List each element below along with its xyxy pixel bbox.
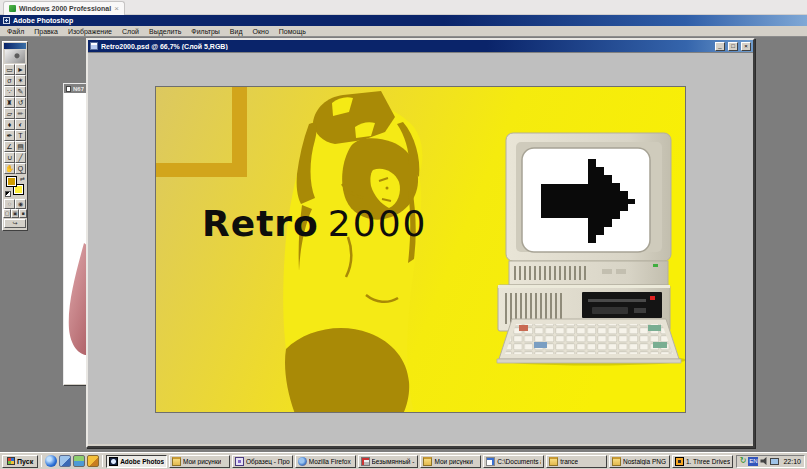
menu-select[interactable]: Выделить: [144, 28, 186, 35]
document-file-icon: [66, 86, 71, 92]
magic-wand-tool[interactable]: ✶: [15, 75, 26, 86]
taskbar-button-image-viewer[interactable]: Образец - Просм...: [232, 455, 293, 468]
artwork-headline: Retro2000: [202, 203, 427, 244]
pen-tool[interactable]: ✒: [4, 130, 15, 141]
standard-screen-button[interactable]: ▢: [3, 209, 11, 218]
eyedropper-tool[interactable]: ╱: [15, 152, 26, 163]
paintbrush-tool[interactable]: ✎: [15, 86, 26, 97]
headline-retro: Retro: [202, 203, 319, 244]
retro2000-artwork: [156, 87, 686, 413]
sync-tray-icon[interactable]: ↻: [740, 457, 747, 465]
paint-bucket-tool[interactable]: ∪: [4, 152, 15, 163]
airbrush-tool[interactable]: ∵: [4, 86, 15, 97]
folder-icon: [423, 457, 432, 466]
display-settings-icon[interactable]: [770, 458, 779, 465]
photoshop-title-text: Adobe Photoshop: [13, 17, 73, 24]
move-tool[interactable]: ►: [15, 64, 26, 75]
fullscreen-menubar-button[interactable]: ▣: [11, 209, 19, 218]
artwork-canvas[interactable]: Retro2000: [155, 86, 686, 413]
show-desktop-icon[interactable]: [59, 455, 71, 467]
swap-colors-icon[interactable]: ⇄: [20, 175, 25, 182]
blur-tool[interactable]: ♦: [4, 119, 15, 130]
toolbox-titlebar[interactable]: [4, 43, 26, 49]
paint-icon: [361, 457, 370, 466]
photoshop-task-icon: [109, 457, 118, 466]
volume-icon[interactable]: [760, 457, 768, 465]
menu-window[interactable]: Окно: [248, 28, 274, 35]
screen-mode-buttons: ▢ ▣ ■: [4, 209, 26, 218]
taskbar-button-nostalgia-png[interactable]: Nostalgia PNG: [609, 455, 670, 468]
quick-mask-button[interactable]: ◉: [15, 199, 26, 209]
menu-image[interactable]: Изображение: [63, 28, 117, 35]
retro-computer: [497, 133, 686, 366]
gradient-tool[interactable]: ▤: [15, 141, 26, 152]
photoshop-menubar: Файл Правка Изображение Слой Выделить Фи…: [0, 26, 807, 37]
task-label: Образец - Просм...: [246, 458, 290, 465]
my-pictures-icon[interactable]: [73, 455, 85, 467]
pen-launcher-icon[interactable]: [87, 455, 99, 467]
browser-tab[interactable]: Windows 2000 Professional ×: [3, 1, 125, 15]
menu-edit[interactable]: Правка: [29, 28, 63, 35]
browser-tab-title: Windows 2000 Professional: [19, 5, 111, 12]
zoom-tool[interactable]: Q: [15, 163, 26, 174]
language-indicator[interactable]: EN: [748, 457, 758, 466]
taskbar-button-firefox[interactable]: Mozilla Firefox: [295, 455, 356, 468]
fullscreen-button[interactable]: ■: [19, 209, 27, 218]
menu-layer[interactable]: Слой: [117, 28, 144, 35]
measure-tool[interactable]: ∠: [4, 141, 15, 152]
taskbar-button-winamp[interactable]: 1. Three Drives - G...: [672, 455, 733, 468]
maximize-button[interactable]: □: [728, 42, 738, 51]
default-colors-icon[interactable]: [5, 191, 11, 197]
taskbar-button-paint[interactable]: Безымянный - Paint: [358, 455, 419, 468]
woman-silhouette: [283, 91, 422, 413]
close-button[interactable]: ×: [741, 42, 751, 51]
edit-mode-buttons: ◌ ◉: [4, 199, 26, 209]
windows-flag-icon: [7, 457, 15, 465]
menu-file[interactable]: Файл: [2, 28, 29, 35]
document-titlebar[interactable]: Retro2000.psd @ 66,7% (Слой 5,RGB) _ □ ×: [88, 40, 753, 52]
task-label: 1. Three Drives - G...: [686, 458, 730, 465]
taskbar-button-my-pictures[interactable]: Мои рисунки: [169, 455, 230, 468]
internet-explorer-icon[interactable]: [45, 455, 57, 467]
rectangular-marquee-tool[interactable]: ▭: [4, 64, 15, 75]
history-brush-tool[interactable]: ↺: [15, 97, 26, 108]
color-swatches: ⇄: [4, 175, 26, 199]
menu-filter[interactable]: Фильтры: [186, 28, 225, 35]
start-button[interactable]: Пуск: [2, 455, 38, 468]
photoshop-workspace: N67 Retro2000.psd @ 66,7% (Слой: [0, 37, 807, 452]
type-tool[interactable]: T: [15, 130, 26, 141]
document-canvas: Retro2000: [88, 52, 753, 444]
background-document-title: N67: [73, 86, 84, 92]
jump-to-imageready-button[interactable]: ↪: [4, 219, 26, 228]
menu-view[interactable]: Вид: [225, 28, 248, 35]
standard-mode-button[interactable]: ◌: [4, 199, 15, 209]
document-title: Retro2000.psd @ 66,7% (Слой 5,RGB): [101, 43, 712, 50]
taskbar-button-photoshop[interactable]: Adobe Photoshop: [106, 455, 167, 468]
taskbar-button-my-pictures-2[interactable]: Мои рисунки: [420, 455, 481, 468]
taskbar-divider: [102, 455, 103, 467]
taskbar-button-explorer[interactable]: C:\Documents and...: [483, 455, 544, 468]
hand-tool[interactable]: ✋: [4, 163, 15, 174]
taskbar-clock[interactable]: 22:10: [783, 458, 801, 465]
dodge-tool[interactable]: ◐: [15, 119, 26, 130]
taskbar-button-trance[interactable]: trance: [546, 455, 607, 468]
tab-close-icon[interactable]: ×: [114, 5, 119, 12]
viewer-icon: [235, 457, 244, 466]
task-label: Adobe Photoshop: [120, 458, 164, 465]
photoshop-titlebar[interactable]: Adobe Photoshop: [0, 15, 807, 26]
taskbar: Пуск Adobe Photoshop Мои рисунки Образец…: [0, 452, 807, 469]
folder-icon: [612, 457, 621, 466]
lasso-tool[interactable]: σ: [4, 75, 15, 86]
windows-favicon-icon: [9, 5, 16, 12]
pencil-tool[interactable]: ✏: [15, 108, 26, 119]
floppy-drive: [582, 292, 662, 318]
clone-stamp-tool[interactable]: ♜: [4, 97, 15, 108]
minimize-button[interactable]: _: [715, 42, 725, 51]
task-label: Мои рисунки: [183, 458, 221, 465]
eraser-tool[interactable]: ▱: [4, 108, 15, 119]
headline-2000: 2000: [328, 203, 428, 244]
start-label: Пуск: [17, 458, 33, 465]
foreground-color-swatch[interactable]: [6, 176, 17, 187]
menu-help[interactable]: Помощь: [274, 28, 311, 35]
quick-launch-bar: [45, 455, 99, 467]
